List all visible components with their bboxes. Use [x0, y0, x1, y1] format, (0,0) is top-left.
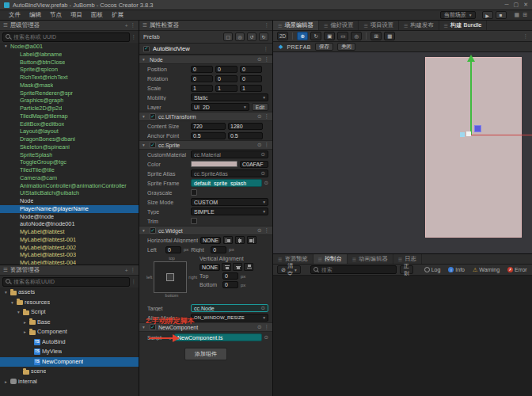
asset-item[interactable]: scene: [0, 367, 139, 377]
widget-enabled-checkbox[interactable]: [150, 227, 156, 234]
menu-item[interactable]: 文件: [5, 10, 25, 20]
custom-material-field[interactable]: cc.Material ⊙: [191, 150, 268, 158]
console-tab[interactable]: 资源预览: [273, 254, 314, 264]
rotation-x-field[interactable]: 0: [191, 75, 213, 82]
scene-tab[interactable]: 偏好设置: [319, 21, 359, 30]
prefab-expand-button[interactable]: ▢: [223, 32, 233, 41]
y-axis-gizmo[interactable]: [470, 62, 472, 135]
move-tool-icon[interactable]: ⊕: [297, 32, 308, 40]
layer-select[interactable]: UI_2D ▾: [191, 103, 249, 111]
prefab-revert-button[interactable]: ↺: [247, 32, 256, 41]
tree-node[interactable]: DragonBones@dbani: [0, 135, 139, 143]
tree-node[interactable]: SpriteRenderer@spr: [0, 89, 139, 97]
prefab-node-rect[interactable]: [425, 57, 522, 238]
xy-plane-gizmo[interactable]: [474, 125, 481, 132]
tree-node[interactable]: TiledMap@tilemap: [0, 112, 139, 120]
asset-picker-icon[interactable]: ⊙: [261, 151, 265, 158]
filter-icon[interactable]: ⋮: [131, 34, 137, 40]
menu-item[interactable]: 节点: [46, 10, 66, 20]
tree-node[interactable]: SpriteSplash: [0, 151, 139, 159]
scale-z-field[interactable]: 1: [240, 85, 262, 92]
tree-node[interactable]: autoNode@tnode001: [0, 220, 139, 228]
content-size-h-field[interactable]: 1280: [228, 123, 263, 130]
regex-toggle[interactable]: 正则: [400, 265, 413, 274]
more-icon[interactable]: ⋮: [264, 324, 270, 330]
widget-top-field[interactable]: 0: [222, 272, 238, 280]
tree-node[interactable]: MyLabel@labtest-003: [0, 251, 139, 259]
asset-item[interactable]: ▸ Component: [0, 327, 139, 337]
script-field[interactable]: NewComponent.ts: [174, 333, 262, 341]
rotation-z-field[interactable]: 0: [240, 75, 262, 82]
uitransform-enabled-checkbox[interactable]: [150, 113, 156, 120]
asset-picker-icon[interactable]: ⊙: [261, 305, 265, 311]
position-y-field[interactable]: 0: [215, 66, 238, 73]
scale-y-field[interactable]: 1: [215, 85, 238, 92]
grid-toggle-icon[interactable]: ⊞: [370, 32, 382, 40]
log-filter-toggle[interactable]: Info: [446, 267, 466, 272]
more-icon[interactable]: ⋮: [523, 33, 529, 40]
add-asset-icon[interactable]: +: [125, 268, 128, 273]
node-enabled-checkbox[interactable]: [143, 46, 150, 52]
asset-item[interactable]: ▾ assets: [0, 287, 139, 298]
sprite-enabled-checkbox[interactable]: [150, 142, 156, 148]
tree-node[interactable]: Graphics@graph: [0, 97, 139, 105]
sprite-frame-field[interactable]: default_sprite_splash: [191, 179, 262, 187]
align-left-icon[interactable]: [223, 236, 233, 244]
rect-tool-icon[interactable]: ▭: [337, 32, 348, 40]
scene-tab[interactable]: 构建发布: [399, 21, 439, 30]
tree-node[interactable]: MyLabel@labtest-001: [0, 236, 139, 244]
more-icon[interactable]: ⋮: [131, 267, 136, 273]
more-icon[interactable]: ⋮: [264, 227, 270, 234]
rotation-y-field[interactable]: 0: [215, 75, 238, 82]
more-icon[interactable]: ⋮: [131, 22, 136, 29]
assets-search[interactable]: [2, 277, 130, 287]
asset-item[interactable]: ▾ resources: [0, 298, 139, 308]
tree-node[interactable]: Node@tnode: [0, 213, 139, 221]
tree-node[interactable]: Sprite@spIcon: [0, 66, 139, 74]
asset-picker-icon[interactable]: ⊙: [264, 180, 268, 186]
menu-item[interactable]: 扩展: [108, 10, 127, 20]
stop-button[interactable]: ■: [496, 11, 507, 19]
align-mode-select[interactable]: ON_WINDOW_RESIZE ▾: [191, 314, 268, 322]
tree-node[interactable]: Skeleton@spineani: [0, 143, 139, 151]
asset-picker-icon[interactable]: ⊙: [264, 334, 268, 341]
hierarchy-search-input[interactable]: [13, 34, 127, 40]
anchor-tool-icon[interactable]: ◎: [351, 32, 362, 40]
tree-node[interactable]: MyLabel@labtest-004: [0, 259, 139, 265]
help-icon[interactable]: ⊙: [257, 324, 261, 330]
asset-item[interactable]: MyView: [0, 347, 139, 357]
section-sprite[interactable]: ▾ cc.Sprite ⊙ ⋮: [139, 140, 272, 150]
current-scene-select[interactable]: 当前场景 ▾: [440, 11, 476, 19]
tree-node[interactable]: MyLabel@labtest: [0, 228, 139, 236]
help-icon[interactable]: ⊙: [257, 56, 261, 63]
console-search[interactable]: [310, 265, 397, 274]
tree-node[interactable]: MyLabel@labtest-002: [0, 244, 139, 252]
tree-node[interactable]: ToggleGroup@tgc: [0, 158, 139, 166]
layout-icon[interactable]: ▦: [515, 12, 520, 18]
mobility-select[interactable]: Static ▾: [191, 93, 268, 101]
scene-tab[interactable]: 项目设置: [359, 21, 399, 30]
asset-item[interactable]: NewComponent: [0, 357, 139, 367]
color-hex-field[interactable]: C0AFAF: [240, 161, 268, 168]
more-icon[interactable]: ⋮: [264, 142, 270, 148]
widget-right-field[interactable]: 0: [211, 246, 226, 253]
close-icon[interactable]: ✕: [523, 2, 528, 8]
filter-icon[interactable]: ⋮: [131, 279, 137, 285]
add-node-icon[interactable]: +: [125, 23, 128, 29]
maximize-icon[interactable]: ▢: [514, 2, 519, 8]
align-v-center-icon[interactable]: [233, 263, 242, 271]
widget-target-field[interactable]: cc.Node ⊙: [191, 304, 268, 312]
trim-checkbox[interactable]: [191, 218, 197, 224]
asset-item[interactable]: AutoBind: [0, 337, 139, 348]
prefab-apply-button[interactable]: ↻: [259, 32, 268, 41]
more-icon[interactable]: ⋮: [264, 113, 270, 120]
rotate-tool-icon[interactable]: ↻: [310, 32, 321, 40]
grayscale-checkbox[interactable]: [191, 189, 197, 196]
add-component-button[interactable]: 添加组件: [184, 348, 227, 360]
prefab-locate-button[interactable]: ◎: [235, 32, 245, 41]
x-axis-gizmo[interactable]: [470, 135, 532, 135]
align-h-center-icon[interactable]: [235, 236, 245, 244]
tree-node[interactable]: RichText@richText: [0, 74, 139, 82]
scene-tab[interactable]: 构建 Bundle: [439, 21, 488, 30]
vertical-align-value[interactable]: NONE: [200, 264, 220, 271]
